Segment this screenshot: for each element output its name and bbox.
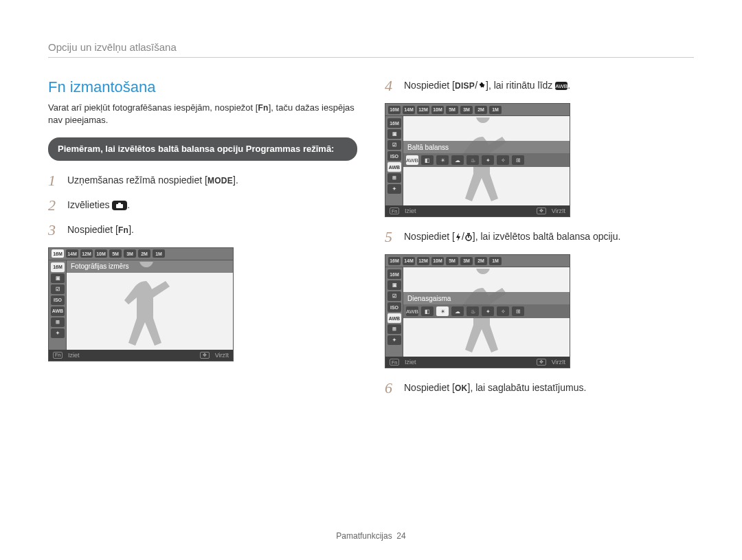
wb-icon: ☁ (451, 306, 464, 316)
side-icon: ✦ (387, 184, 401, 194)
footer-label: Pamatfunkcijas (336, 531, 392, 541)
side-icon: 16M (387, 118, 401, 128)
side-icon: AWB (387, 313, 401, 323)
move-label: Virzīt (215, 352, 229, 359)
fn-icon: Fn (390, 359, 399, 366)
exit-label: Iziet (405, 208, 416, 214)
fn-key: Fn (258, 103, 268, 113)
step-3: 3 Nospiediet [Fn]. (48, 223, 357, 238)
lcd-side-column: 16M ▣ ☑ ISO AWB ⊞ ✦ (385, 267, 403, 357)
lcd-screenshot-photo-size: 16M 14M 12M 10M 5M 3M 2M 1M 16M ▣ ☑ ISO … (48, 247, 234, 361)
awb-icon: AWB (555, 82, 567, 90)
size-icon: 16M (52, 249, 64, 258)
step-6: 6 Nospiediet [OK], lai saglabātu iestatī… (385, 381, 694, 396)
timer-icon (464, 231, 473, 242)
side-icon: ISO (51, 295, 65, 305)
size-icon: 10M (431, 257, 444, 265)
step-text: Uzņemšanas režīmā nospiediet [MODE]. (67, 173, 238, 186)
step-2: 2 Izvēlieties . (48, 198, 357, 213)
size-icon: 12M (417, 106, 429, 114)
lcd-side-column: 16M ▣ ☑ ISO AWB ⊞ ✦ (49, 260, 67, 350)
side-icon: ▣ (387, 129, 401, 139)
lcd-bottom-bar: Fn Iziet ✥ Virzīt (385, 205, 570, 216)
ok-key: OK (455, 383, 468, 393)
step-number: 2 (48, 198, 60, 213)
size-icon: 2M (475, 257, 487, 265)
lcd-top-row: 16M 14M 12M 10M 5M 3M 2M 1M (49, 248, 233, 260)
move-label: Virzīt (552, 208, 565, 214)
wb-icon: ♨ (466, 306, 479, 316)
side-icon: ☑ (387, 140, 401, 150)
side-icon: ✦ (51, 328, 65, 338)
side-icon: ☑ (387, 291, 401, 301)
size-icon: 10M (95, 249, 107, 258)
side-icon: ▣ (51, 273, 65, 283)
disp-key: DISP (455, 81, 475, 91)
size-icon: 14M (66, 249, 78, 258)
size-icon: 10M (431, 106, 444, 114)
step-1: 1 Uzņemšanas režīmā nospiediet [MODE]. (48, 173, 357, 188)
lcd-screenshot-daylight: 16M 14M 12M 10M 5M 3M 2M 1M 16M ▣ ☑ ISO … (385, 254, 570, 368)
side-icon: ⊞ (51, 317, 65, 327)
wb-icon: AWB (406, 155, 418, 165)
side-icon: 16M (387, 269, 401, 279)
intro-text: Varat arī piekļūt fotografēšanas iespējā… (48, 102, 357, 126)
size-icon: 16M (388, 106, 401, 114)
mode-key: MODE (207, 176, 233, 186)
person-silhouette-icon (115, 262, 177, 350)
wb-icon: ⊞ (512, 306, 524, 316)
side-icon: AWB (387, 162, 401, 172)
lcd-top-row: 16M 14M 12M 10M 5M 3M 2M 1M (385, 255, 570, 267)
breadcrumb: Opciju un izvēlņu atlasīšana (48, 41, 694, 58)
lcd-side-column: 16M ▣ ☑ ISO AWB ⊞ ✦ (385, 116, 403, 205)
lcd-bottom-bar: Fn Iziet ✥ Virzīt (49, 350, 233, 361)
side-icon: 16M (51, 262, 65, 272)
step-number: 5 (385, 229, 397, 245)
size-icon: 5M (446, 106, 458, 114)
wb-icon: ☁ (451, 155, 464, 165)
side-icon: ⊞ (387, 173, 401, 183)
right-column: 4 Nospiediet [DISP/], lai ritinātu līdz … (385, 78, 694, 405)
nav-icon: ✥ (537, 359, 546, 366)
lcd-label: Baltā balanss (403, 141, 570, 153)
size-icon: 1M (153, 249, 165, 258)
side-icon: ✦ (387, 335, 401, 345)
size-icon: 12M (80, 249, 93, 258)
size-icon: 2M (475, 106, 487, 114)
size-icon: 14M (403, 257, 415, 265)
example-pill: Piemēram, lai izvēlētos baltā balansa op… (48, 137, 357, 161)
camera-p-icon (112, 201, 127, 210)
page-number: 24 (396, 531, 405, 541)
size-icon: 1M (489, 257, 502, 265)
size-icon: 5M (109, 249, 122, 258)
flower-icon (477, 80, 486, 91)
intro-before: Varat arī piekļūt fotografēšanas iespējā… (48, 102, 256, 113)
lcd-wb-row: AWB ◧ ☀ ☁ ♨ ✦ ✧ ⊞ (403, 153, 570, 167)
side-icon: ▣ (387, 280, 401, 290)
step-text: Izvēlieties . (67, 198, 130, 210)
lcd-wb-row: AWB ◧ ☀ ☁ ♨ ✦ ✧ ⊞ (403, 304, 570, 318)
nav-icon: ✥ (537, 208, 546, 214)
wb-icon: ✦ (482, 155, 494, 165)
size-icon: 2M (138, 249, 150, 258)
step-text: Nospiediet [/], lai izvēlētos baltā bala… (404, 229, 620, 242)
fn-icon: Fn (390, 208, 399, 214)
step-number: 3 (48, 223, 60, 238)
wb-icon: ☀ (436, 155, 449, 165)
step-text: Nospiediet [DISP/], lai ritinātu līdz AW… (404, 78, 570, 91)
side-icon: ISO (387, 302, 401, 312)
exit-label: Iziet (405, 359, 416, 366)
move-label: Virzīt (552, 359, 565, 366)
size-icon: 5M (446, 257, 458, 265)
step-text: Nospiediet [Fn]. (67, 223, 134, 235)
lcd-screenshot-white-balance: 16M 14M 12M 10M 5M 3M 2M 1M 16M ▣ ☑ ISO … (385, 103, 570, 217)
wb-icon: ⊞ (512, 155, 524, 165)
side-icon: ISO (387, 151, 401, 161)
size-icon: 3M (460, 106, 473, 114)
left-column: Fn izmantošana Varat arī piekļūt fotogra… (48, 78, 357, 405)
wb-icon: ✧ (497, 306, 509, 316)
exit-label: Iziet (68, 352, 80, 359)
step-number: 6 (385, 381, 397, 396)
step-number: 4 (385, 78, 397, 93)
wb-icon: AWB (406, 306, 418, 316)
